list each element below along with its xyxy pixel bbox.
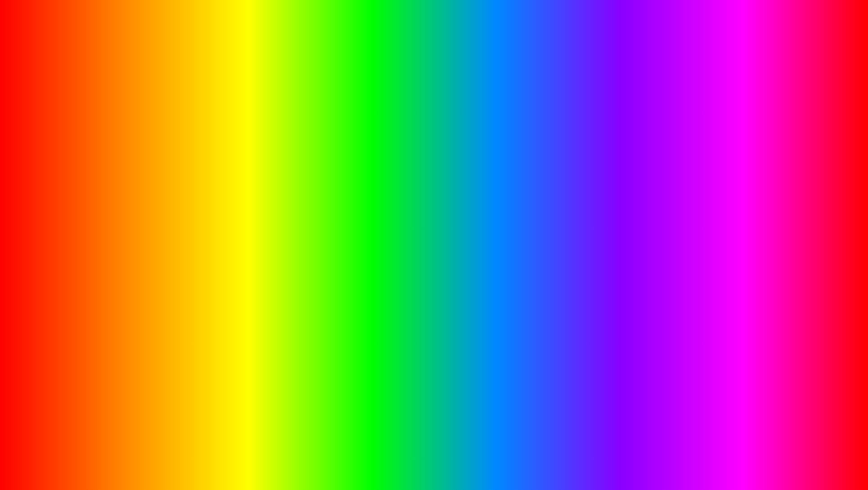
tab-lp-icon: ⚙ xyxy=(346,103,350,108)
toggle-sytkill[interactable] xyxy=(295,152,311,160)
panel-left-close-btn[interactable]: ✕ xyxy=(306,89,313,95)
middle-row: MOBILE ANDROID ✓ ✓ ✓ OniHubV1.5 ✎ ⊡ ✕ xyxy=(4,80,864,253)
pastebin-label: PASTEBIN xyxy=(537,440,694,472)
bottom-text: UPDATE 1.5 SCRIPT PASTEBIN xyxy=(4,432,864,473)
tab-du[interactable]: ⚙ Du xyxy=(341,112,363,121)
main-content: PROJECT SLAYERS MOBILE ANDROID ✓ ✓ ✓ Oni… xyxy=(4,4,864,486)
tween-speed-input[interactable] xyxy=(437,152,509,162)
tab-visuals[interactable]: ⚙ Visuals xyxy=(385,101,416,110)
panel-row-killauraop: KillAuraOp(Beta) xyxy=(149,207,317,221)
panel-right-section: MuganSettings xyxy=(338,124,515,133)
toggle-clawkill[interactable] xyxy=(295,181,311,189)
panel-right-close-btn[interactable]: ✕ xyxy=(504,89,510,95)
panel-right-restore-btn[interactable]: ⊡ xyxy=(495,89,501,95)
toggle-fistkill[interactable] xyxy=(295,167,311,175)
tab-mugantrain[interactable]: ⚙ MuganTrain xyxy=(447,101,489,110)
panel-right-title: OniHubV1.5 xyxy=(342,89,376,95)
toggle-autoclash[interactable] xyxy=(492,211,509,219)
tab-du-icon: ⚙ xyxy=(346,114,350,119)
panel-row-fixscreen: FixScreen button xyxy=(338,193,515,208)
toggle-killauraop[interactable] xyxy=(295,210,311,218)
tab-mugan-icon: ⚙ xyxy=(452,103,456,108)
tab-teleport-icon: ⚙ xyxy=(255,103,259,108)
tab-farmsettings[interactable]: FarmSettings xyxy=(208,101,247,110)
panel-right-controls: ✎ ⊡ ✕ xyxy=(486,89,510,95)
tab-vis-icon: ⚙ xyxy=(389,103,394,108)
toggle-muganfarm[interactable] xyxy=(492,138,509,146)
panel-row-nofail: NoFail button xyxy=(338,179,515,193)
panel-right-body: MuganFarm Tween Speed MuganTicket(5kWen)… xyxy=(338,133,515,224)
checkmark-icon: ✓ xyxy=(182,125,204,155)
panel-left-controls: ✎ ⊡ ✕ xyxy=(288,89,313,95)
tab-extra[interactable]: ⚙ Extra xyxy=(418,101,446,110)
panel-row-godmode: GodMode xyxy=(149,236,317,250)
panel-row-tweenspeed: Tween Speed xyxy=(338,149,515,165)
checkmark-2: ✓ xyxy=(178,160,198,187)
panel-row-muganticket: MuganTicket(5kWen) button xyxy=(338,165,515,179)
android-label: ANDROID ✓ xyxy=(22,121,204,154)
script-label: SCRIPT xyxy=(412,440,528,472)
panel-right-tabs: ⚙ LocalPlayer ⚙ Visuals ⚙ Extra ⚙ MuganT… xyxy=(338,98,515,124)
panel-row-autoclash: Auto Clash xyxy=(338,208,515,222)
mobile-android-text: MOBILE ANDROID ✓ xyxy=(22,89,204,154)
update-label: UPDATE xyxy=(174,432,338,473)
version-label: 1.5 xyxy=(347,432,403,473)
thumbnail: UPDATE PROJECT· SLAYERS xyxy=(752,396,842,473)
page-title: PROJECT SLAYERS xyxy=(146,13,722,71)
panel-left-edit-btn[interactable]: ✎ xyxy=(288,89,295,95)
thumb-project-label: PROJECT· xyxy=(758,453,836,459)
mobile-label: MOBILE xyxy=(22,89,204,121)
tab-localplayer[interactable]: ⚙ LocalPlayer xyxy=(341,101,383,110)
panel-row-clawkill: ClawKillAura xyxy=(149,178,317,192)
panel-row-swordkill: SwordKillAura xyxy=(149,192,317,207)
thumb-bottom: PROJECT· SLAYERS xyxy=(753,450,841,472)
panel-right: OniHubV1.5 ✎ ⊡ ✕ ⚙ LocalPlayer ⚙ Visuals xyxy=(336,85,516,253)
panel-row-muganfarm: MuganFarm xyxy=(338,135,515,149)
tab-teleport[interactable]: ⚙ Teleport xyxy=(250,101,283,110)
thumb-update-badge: UPDATE xyxy=(812,401,837,409)
thumb-slayers-label: SLAYERS xyxy=(758,459,836,468)
tab-extra-icon: ⚙ xyxy=(423,103,427,108)
toggle-swordkill[interactable] xyxy=(295,196,311,204)
panel-right-titlebar: OniHubV1.5 ✎ ⊡ ✕ xyxy=(338,86,515,98)
panel-left-restore-btn[interactable]: ⊡ xyxy=(297,89,304,95)
panel-row-fistkill: FistKillAura xyxy=(149,164,317,178)
thumb-character xyxy=(758,400,803,450)
panel-row-toggleshield: ToggleShield button xyxy=(149,221,317,236)
toggle-warfanska[interactable] xyxy=(295,138,311,146)
panel-right-edit-btn[interactable]: ✎ xyxy=(486,89,492,95)
